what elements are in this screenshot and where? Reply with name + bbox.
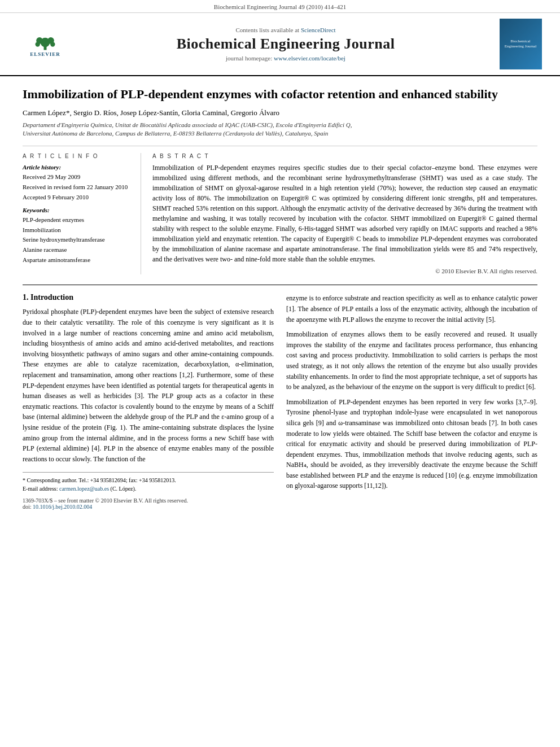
email-label: E-mail address: — [23, 486, 58, 492]
elsevier-logo-area: ELSEVIER — [11, 29, 79, 60]
article-info-panel: A R T I C L E I N F O Article history: R… — [23, 153, 141, 274]
keyword-1: PLP-dependent enzymes — [23, 216, 84, 223]
body-column-1: 1. Introduction Pyridoxal phosphate (PLP… — [23, 293, 274, 510]
body-column-2: enzyme is to enforce substrate and react… — [286, 293, 537, 510]
elsevier-tree-icon — [31, 32, 59, 51]
article-content: Immobilization of PLP-dependent enzymes … — [0, 76, 560, 521]
footnote-area: * Corresponding author. Tel.: +34 935812… — [23, 472, 274, 510]
corresponding-label: * Corresponding author. Tel.: +34 935812… — [23, 477, 176, 483]
info-abstract-section: A R T I C L E I N F O Article history: R… — [23, 146, 537, 274]
article-info-heading: A R T I C L E I N F O — [23, 153, 132, 159]
article-title: Immobilization of PLP-dependent enzymes … — [23, 86, 537, 103]
svg-point-5 — [50, 42, 55, 46]
revised-date: Received in revised form 22 January 2010 — [23, 184, 128, 190]
abstract-text: Immobilization of PLP-dependent enzymes … — [152, 163, 537, 264]
intro-col2-para2: Immobilization of enzymes allows them to… — [286, 329, 537, 392]
keyword-3: Serine hydroxymethyltransferase — [23, 236, 105, 243]
journal-homepage-line: journal homepage: www.elsevier.com/locat… — [79, 55, 492, 62]
email-link[interactable]: carmen.lopez@uab.es — [59, 486, 109, 492]
intro-col2-para1: enzyme is to enforce substrate and react… — [286, 293, 537, 325]
doi-line: doi: 10.1016/j.bej.2010.02.004 — [23, 504, 274, 510]
sciencedirect-link[interactable]: ScienceDirect — [301, 27, 336, 33]
article-authors: Carmen López*, Sergio D. Ríos, Josep Lóp… — [23, 108, 537, 117]
affiliation-line1: Departament d'Enginyeria Química, Unitat… — [23, 121, 352, 128]
doi-link[interactable]: 10.1016/j.bej.2010.02.004 — [33, 504, 92, 510]
keyword-4: Alanine racemase — [23, 246, 67, 253]
email-person: (C. López). — [111, 486, 137, 492]
intro-col1-para1: Pyridoxal phosphate (PLP)-dependent enzy… — [23, 307, 274, 464]
journal-header-center: Contents lists available at ScienceDirec… — [79, 27, 492, 62]
keywords-list: PLP-dependent enzymes Immobilization Ser… — [23, 215, 132, 265]
contents-available-line: Contents lists available at ScienceDirec… — [79, 27, 492, 33]
accepted-date: Accepted 9 February 2010 — [23, 194, 89, 200]
article-history-label: Article history: — [23, 164, 132, 171]
homepage-label: journal homepage: — [226, 55, 272, 62]
journal-cover-image: Biochemical Engineering Journal — [500, 19, 542, 69]
body-two-col-layout: 1. Introduction Pyridoxal phosphate (PLP… — [23, 293, 537, 510]
article-affiliation: Departament d'Enginyeria Química, Unitat… — [23, 121, 537, 138]
abstract-panel: A B S T R A C T Immobilization of PLP-de… — [152, 153, 537, 274]
affiliation-line2: Universitat Autònoma de Barcelona, Campu… — [23, 130, 328, 137]
journal-cover-area: Biochemical Engineering Journal — [492, 19, 549, 69]
intro-col2-para3: Immobilization of PLP-dependent enzymes … — [286, 397, 537, 491]
keyword-5: Aspartate aminotransferase — [23, 256, 90, 263]
issn-line: 1369-703X/$ – see front matter © 2010 El… — [23, 497, 274, 504]
svg-point-4 — [36, 42, 40, 46]
email-note: E-mail address: carmen.lopez@uab.es (C. … — [23, 484, 274, 493]
received-date: Received 29 May 2009 — [23, 173, 80, 180]
journal-reference-bar: Biochemical Engineering Journal 49 (2010… — [0, 0, 560, 13]
journal-header: ELSEVIER Contents lists available at Sci… — [0, 13, 560, 76]
homepage-url[interactable]: www.elsevier.com/locate/bej — [274, 55, 345, 62]
copyright-line: © 2010 Elsevier B.V. All rights reserved… — [152, 268, 537, 274]
doi-label: doi: — [23, 504, 32, 510]
journal-reference-text: Biochemical Engineering Journal 49 (2010… — [214, 3, 346, 10]
elsevier-logo: ELSEVIER — [17, 29, 73, 60]
keyword-2: Immobilization — [23, 226, 61, 233]
section-divider — [23, 285, 537, 285]
journal-title: Biochemical Engineering Journal — [79, 36, 492, 53]
corresponding-author-note: * Corresponding author. Tel.: +34 935812… — [23, 476, 274, 484]
introduction-heading: 1. Introduction — [23, 293, 274, 302]
elsevier-brand-text: ELSEVIER — [30, 51, 60, 57]
keywords-label: Keywords: — [23, 207, 132, 213]
cover-title-text: Biochemical Engineering Journal — [502, 39, 540, 49]
abstract-heading: A B S T R A C T — [152, 153, 537, 159]
contents-label: Contents lists available at — [235, 27, 299, 33]
article-dates: Received 29 May 2009 Received in revised… — [23, 172, 132, 202]
